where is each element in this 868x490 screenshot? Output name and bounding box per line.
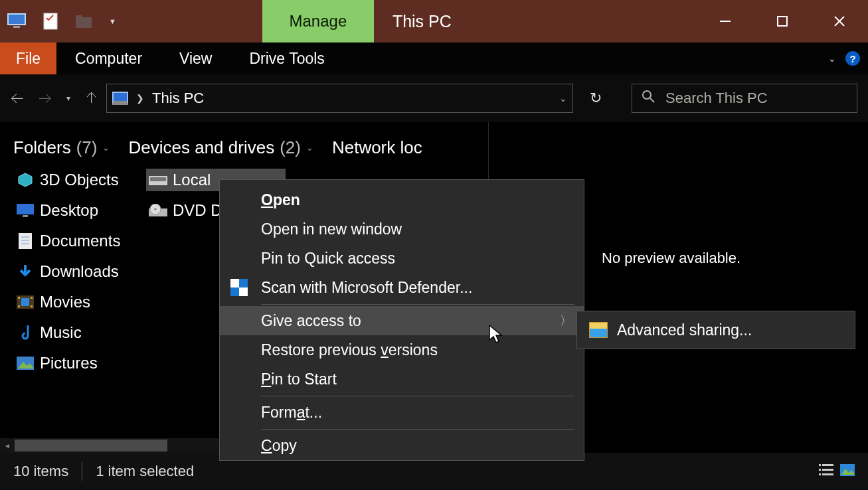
svg-rect-4 (76, 15, 82, 19)
ctx-pin-quick-access[interactable]: Pin to Quick access (220, 244, 584, 273)
folder-pictures[interactable]: Pictures (13, 352, 146, 374)
submenu-advanced-sharing[interactable]: Advanced sharing... (577, 311, 855, 349)
submenu-arrow-icon: 〉 (560, 313, 572, 329)
group-header-folders[interactable]: Folders (7) ⌄ (13, 137, 110, 158)
svg-rect-0 (8, 14, 25, 25)
search-input[interactable]: Search This PC (632, 84, 857, 113)
ribbon-chevron-icon[interactable]: ⌄ (828, 53, 836, 64)
context-tab-manage[interactable]: Manage (262, 0, 374, 42)
thumbnails-view-button[interactable] (840, 463, 855, 480)
svg-rect-35 (819, 473, 821, 475)
svg-rect-20 (18, 305, 20, 307)
folder-desktop[interactable]: Desktop (13, 199, 146, 222)
ctx-restore-previous[interactable]: Restore previous versions (220, 335, 584, 365)
item-label: Movies (40, 293, 90, 311)
new-folder-icon[interactable] (73, 13, 94, 29)
svg-rect-27 (150, 177, 166, 181)
disc-drive-icon (149, 203, 167, 218)
context-menu: Open Open in new window Pin to Quick acc… (219, 179, 584, 461)
svg-rect-21 (31, 297, 33, 299)
svg-rect-31 (819, 464, 821, 466)
item-label: DVD D (173, 201, 222, 220)
svg-rect-12 (17, 204, 34, 214)
window-title: This PC (374, 0, 452, 42)
up-button[interactable]: 🡡 (85, 91, 98, 106)
details-view-button[interactable] (819, 463, 833, 480)
ctx-copy[interactable]: Copy (220, 431, 584, 460)
quick-access-toolbar: ▼ (0, 0, 116, 42)
item-label: Music (40, 323, 82, 342)
cube-icon (16, 173, 35, 187)
navigation-bar: 🡠 🡢 ▾ 🡡 ❯ This PC ⌄ ↻ Search This PC (0, 74, 868, 122)
scroll-thumb[interactable] (15, 440, 167, 451)
refresh-button[interactable]: ↻ (581, 84, 610, 113)
svg-rect-6 (778, 17, 787, 26)
ctx-give-access-to[interactable]: Give access to 〉 (220, 306, 584, 335)
minimize-button[interactable] (697, 0, 754, 42)
ctx-item-label: Scan with Microsoft Defender... (261, 279, 472, 297)
help-icon[interactable]: ? (845, 51, 860, 66)
forward-button[interactable]: 🡢 (39, 91, 52, 106)
file-tab[interactable]: File (0, 42, 56, 74)
svg-point-30 (154, 208, 157, 210)
item-label: Local (173, 171, 211, 189)
monitor-icon (16, 203, 35, 218)
item-label: Downloads (40, 262, 119, 281)
folder-3d-objects[interactable]: 3D Objects (13, 169, 146, 191)
back-button[interactable]: 🡠 (11, 91, 24, 106)
submenu-item-label: Advanced sharing... (617, 321, 752, 339)
tab-computer[interactable]: Computer (56, 42, 161, 74)
ctx-open-new-window[interactable]: Open in new window (220, 214, 584, 244)
group-header-network[interactable]: Network loc (332, 137, 422, 158)
group-header-devices[interactable]: Devices and drives (2) ⌄ (128, 137, 313, 158)
folder-documents[interactable]: Documents (13, 230, 146, 252)
defender-shield-icon (229, 278, 249, 297)
address-history-chevron-icon[interactable]: ⌄ (559, 93, 567, 104)
preview-message: No preview available. (602, 250, 740, 267)
svg-rect-33 (819, 469, 821, 471)
music-note-icon (16, 325, 35, 340)
tab-drive-tools[interactable]: Drive Tools (230, 42, 343, 74)
breadcrumb-separator-icon[interactable]: ❯ (136, 93, 144, 104)
svg-rect-23 (21, 298, 29, 306)
ctx-open[interactable]: Open (220, 185, 584, 214)
svg-rect-3 (76, 17, 92, 28)
svg-rect-32 (822, 464, 833, 466)
svg-rect-13 (23, 215, 28, 217)
ctx-item-label: Give access to (261, 312, 361, 330)
svg-rect-19 (18, 297, 20, 299)
document-icon (16, 234, 35, 248)
recent-chevron-icon[interactable]: ▾ (66, 94, 70, 103)
status-selected-count: 1 item selected (96, 463, 194, 480)
svg-rect-22 (31, 305, 33, 307)
properties-page-icon[interactable] (40, 13, 61, 29)
folder-movies[interactable]: Movies (13, 291, 146, 313)
maximize-button[interactable] (754, 0, 811, 42)
title-bar: ▼ Manage This PC (0, 0, 868, 42)
monitor-icon[interactable] (7, 13, 28, 29)
qat-customize-chevron-icon[interactable]: ▼ (106, 17, 116, 25)
breadcrumb[interactable]: This PC (152, 90, 204, 107)
svg-marker-11 (19, 173, 32, 187)
folder-music[interactable]: Music (13, 321, 146, 344)
scroll-left-icon[interactable]: ◂ (0, 441, 15, 450)
svg-rect-34 (822, 469, 833, 471)
close-button[interactable] (811, 0, 868, 42)
ctx-format[interactable]: Format... (220, 398, 584, 427)
folder-downloads[interactable]: Downloads (13, 260, 146, 283)
ctx-scan-defender[interactable]: Scan with Microsoft Defender... (220, 273, 584, 302)
status-separator (82, 462, 82, 481)
item-label: Pictures (40, 354, 98, 372)
picture-icon (16, 356, 35, 370)
context-submenu: Advanced sharing... (576, 311, 855, 349)
search-icon (642, 90, 655, 107)
ctx-pin-start[interactable]: Pin to Start (220, 365, 584, 394)
people-icon (589, 322, 608, 338)
ribbon: File Computer View Drive Tools ⌄ ? (0, 42, 868, 74)
tab-view[interactable]: View (161, 42, 230, 74)
folders-header-count: (7) (76, 137, 98, 158)
search-placeholder: Search This PC (665, 90, 768, 107)
item-label: Desktop (40, 201, 98, 220)
address-bar[interactable]: ❯ This PC ⌄ (106, 84, 573, 113)
status-item-count: 10 items (13, 463, 68, 480)
